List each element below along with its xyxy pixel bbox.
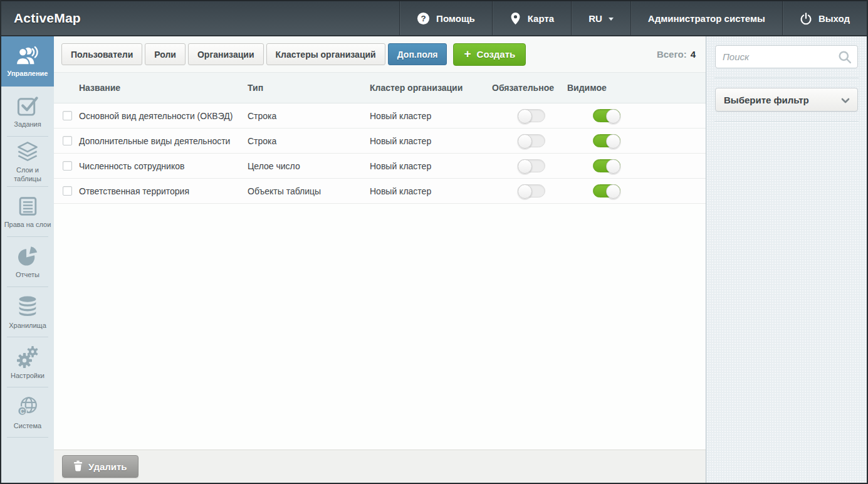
topbar-item-label: Выход <box>818 13 850 24</box>
topbar-item-logout[interactable]: Выход <box>782 1 867 35</box>
topbar-item-current-user[interactable]: Администратор системы <box>630 1 782 35</box>
topbar-item-help[interactable]: ? Помощь <box>399 1 492 35</box>
sidebar-item-reports[interactable]: Отчеты <box>1 237 54 287</box>
sidebar-item-label: Отчеты <box>14 271 41 280</box>
tab-organizations[interactable]: Организации <box>188 43 264 65</box>
column-header-visible: Видимое <box>567 83 642 93</box>
tab-roles[interactable]: Роли <box>145 43 186 65</box>
total-label: Всего: <box>657 49 687 60</box>
app-window: ActiveMap ? Помощь Карта RU Администрато… <box>0 0 868 484</box>
table-row[interactable]: Ответственная территория Объекты таблицы… <box>54 179 706 204</box>
required-toggle[interactable] <box>518 109 545 122</box>
visible-toggle[interactable] <box>593 159 620 172</box>
create-button[interactable]: + Создать <box>453 43 526 66</box>
delete-button[interactable]: Удалить <box>62 455 139 478</box>
sidebar-item-label: Слои и таблицы <box>1 166 54 184</box>
sidebar-item-layers-tables[interactable]: Слои и таблицы <box>1 137 54 187</box>
footer-bar: Удалить <box>54 450 706 483</box>
power-icon <box>800 12 812 25</box>
sidebar-item-system[interactable]: C Система <box>1 387 54 438</box>
cell-name: Ответственная территория <box>79 186 248 196</box>
row-checkbox[interactable] <box>63 136 72 145</box>
divider <box>714 121 859 122</box>
visible-toggle[interactable] <box>593 109 620 122</box>
search-input[interactable] <box>715 45 858 68</box>
cell-cluster: Новый кластер <box>370 161 492 171</box>
topbar-item-label: Помощь <box>436 13 475 24</box>
empty-area <box>54 204 706 450</box>
column-header-cluster: Кластер организации <box>370 83 492 93</box>
help-icon: ? <box>417 12 430 25</box>
column-header-type: Тип <box>248 83 370 93</box>
trash-icon <box>73 460 83 473</box>
required-toggle[interactable] <box>518 159 545 172</box>
tab-org-clusters[interactable]: Кластеры организаций <box>266 43 385 65</box>
tab-bar: Пользователи Роли Организации Кластеры о… <box>61 43 447 65</box>
plus-icon: + <box>464 48 471 60</box>
gears-icon <box>16 345 39 369</box>
column-header-name: Название <box>79 83 248 93</box>
sidebar-item-settings[interactable]: Настройки <box>1 337 54 387</box>
cell-type: Строка <box>248 136 370 146</box>
cell-cluster: Новый кластер <box>370 186 492 196</box>
document-lines-icon <box>16 195 39 218</box>
create-button-label: Создать <box>477 49 516 60</box>
search-icon <box>838 50 852 66</box>
cell-cluster: Новый кластер <box>370 136 492 146</box>
row-checkbox[interactable] <box>63 111 72 120</box>
globe-icon: C <box>16 395 39 419</box>
sidebar-item-label: Задания <box>13 120 42 129</box>
right-panel: Выберите фильтр <box>706 36 867 483</box>
sidebar: Управление Задания Слои и таблицы Права … <box>1 36 54 483</box>
chevron-down-icon <box>841 95 850 105</box>
visible-toggle[interactable] <box>593 134 620 147</box>
table-row[interactable]: Дополнительные виды деятельности Строка … <box>54 129 706 154</box>
delete-button-label: Удалить <box>88 461 127 472</box>
sidebar-item-tasks[interactable]: Задания <box>1 87 54 137</box>
toolbar: Пользователи Роли Организации Кластеры о… <box>54 36 706 72</box>
filter-dropdown-label: Выберите фильтр <box>724 95 809 105</box>
sidebar-item-label: Управление <box>6 70 49 78</box>
sidebar-item-storages[interactable]: Хранилища <box>1 287 54 337</box>
total-value: 4 <box>691 49 696 60</box>
users-icon <box>15 45 40 66</box>
required-toggle[interactable] <box>518 134 545 147</box>
chevron-down-icon <box>609 18 614 21</box>
pie-chart-icon <box>16 245 39 268</box>
topbar: ActiveMap ? Помощь Карта RU Администрато… <box>1 0 867 36</box>
filter-dropdown[interactable]: Выберите фильтр <box>715 88 858 112</box>
topbar-item-label: Администратор системы <box>648 13 765 24</box>
sidebar-item-management[interactable]: Управление <box>1 36 54 87</box>
main-content: Пользователи Роли Организации Кластеры о… <box>54 36 706 483</box>
row-checkbox[interactable] <box>63 186 72 196</box>
row-checkbox[interactable] <box>63 161 72 171</box>
required-toggle[interactable] <box>518 184 545 197</box>
tab-extra-fields[interactable]: Доп.поля <box>388 43 447 65</box>
total-counter: Всего: 4 <box>657 49 696 60</box>
sidebar-item-layer-rights[interactable]: Права на слои <box>1 187 54 237</box>
sidebar-item-label: Хранилища <box>8 322 48 330</box>
topbar-item-language[interactable]: RU <box>571 1 630 35</box>
topbar-item-map[interactable]: Карта <box>492 1 571 35</box>
search-box <box>715 45 858 68</box>
table-row[interactable]: Основной вид деятельности (ОКВЭД) Строка… <box>54 103 706 129</box>
app-logo: ActiveMap <box>1 1 81 35</box>
column-header-required: Обязательное <box>492 83 567 93</box>
sidebar-item-label: Права на слои <box>3 221 53 229</box>
svg-text:C: C <box>20 408 25 414</box>
sidebar-item-label: Система <box>13 422 43 431</box>
table-row[interactable]: Численность сотрудников Целое число Новы… <box>54 154 706 179</box>
cell-name: Дополнительные виды деятельности <box>79 136 248 146</box>
tab-users[interactable]: Пользователи <box>61 43 142 65</box>
sidebar-item-label: Настройки <box>9 372 46 381</box>
database-icon <box>16 295 39 318</box>
layers-icon <box>16 140 39 163</box>
topbar-item-label: RU <box>588 13 602 24</box>
visible-toggle[interactable] <box>593 184 620 197</box>
divider <box>714 78 859 79</box>
cell-type: Объекты таблицы <box>248 186 370 196</box>
svg-text:?: ? <box>421 14 426 23</box>
cell-cluster: Новый кластер <box>370 111 492 121</box>
topbar-menu: ? Помощь Карта RU Администратор системы … <box>399 1 867 35</box>
cell-name: Численность сотрудников <box>79 161 248 171</box>
